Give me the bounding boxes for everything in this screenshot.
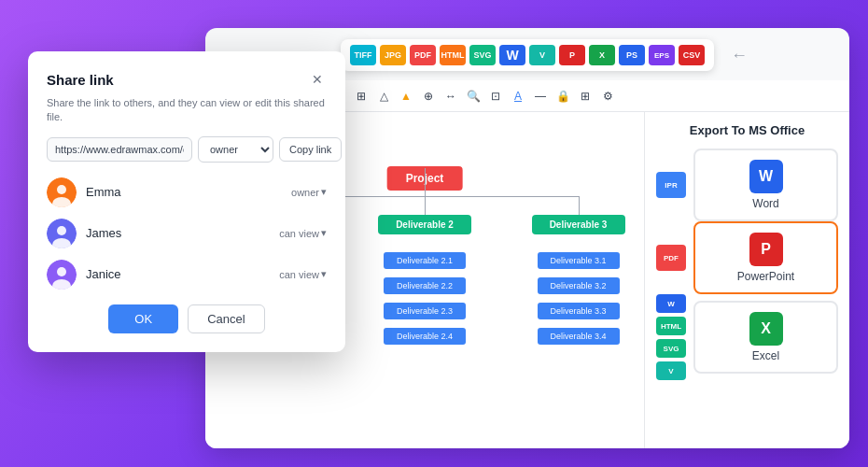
pen-tool[interactable]: A [508, 86, 528, 106]
v-icon[interactable]: V [529, 45, 555, 65]
close-button[interactable]: ✕ [308, 70, 327, 89]
svg-point-1 [57, 185, 66, 194]
user-row-janice: Janice can view ▾ [47, 260, 327, 290]
tiff-icon[interactable]: TIFF [350, 45, 376, 65]
sub-3-4[interactable]: Deliverable 3.4 [538, 328, 620, 345]
sub-2-4[interactable]: Deliverable 2.4 [384, 328, 466, 345]
image-tool[interactable]: ⊡ [485, 86, 506, 106]
ok-button[interactable]: OK [108, 304, 178, 333]
sub-3-2[interactable]: Deliverable 3.2 [538, 277, 620, 294]
janice-role[interactable]: can view ▾ [279, 268, 327, 280]
ipr-small-icon[interactable]: IPR [656, 172, 686, 198]
dialog-description: Share the link to others, and they can v… [47, 96, 327, 125]
html-small-icon[interactable]: HTML [656, 317, 686, 335]
svg-point-7 [57, 267, 66, 276]
v-connector-main [425, 168, 426, 196]
cancel-button[interactable]: Cancel [188, 304, 264, 333]
ppt-format-icon[interactable]: P [559, 45, 585, 65]
ps-icon[interactable]: PS [619, 45, 645, 65]
line-tool[interactable]: — [530, 86, 551, 106]
svg-icon[interactable]: SVG [469, 45, 496, 65]
svg-point-4 [57, 226, 66, 235]
export-ppt-button[interactable]: P PowerPoint [693, 221, 838, 294]
emma-name: Emma [86, 185, 282, 199]
link-tool[interactable]: ⊕ [418, 86, 439, 106]
v-small-icon[interactable]: V [656, 361, 686, 380]
ppt-big-icon: P [749, 233, 783, 266]
export-excel-button[interactable]: X Excel [693, 301, 838, 374]
copy-link-button[interactable]: Copy link [279, 137, 342, 162]
janice-avatar [47, 260, 77, 290]
james-role[interactable]: can view ▾ [279, 227, 327, 239]
csv-icon[interactable]: CSV [679, 45, 705, 65]
word-format-icon[interactable]: W [499, 45, 525, 65]
deliverable-3-node[interactable]: Deliverable 3 [532, 215, 625, 234]
excel-big-icon: X [749, 312, 783, 346]
export-word-button[interactable]: W Word [693, 149, 838, 221]
jpg-icon[interactable]: JPG [380, 45, 406, 65]
dialog-header: Share link ✕ [47, 70, 327, 89]
james-avatar [47, 219, 77, 248]
link-role-select[interactable]: owner can view can edit [198, 136, 273, 163]
emma-avatar [47, 177, 77, 207]
grid-tool[interactable]: ⊞ [575, 86, 595, 106]
sub-3-1[interactable]: Deliverable 3.1 [538, 252, 620, 269]
triangle-tool[interactable]: △ [373, 86, 394, 106]
pdf-icon[interactable]: PDF [410, 45, 436, 65]
svg-small-icon[interactable]: SVG [656, 339, 686, 358]
sub-col-3: Deliverable 3.1 Deliverable 3.2 Delivera… [538, 252, 620, 348]
fill-tool[interactable]: ▲ [396, 86, 416, 106]
sub-3-3[interactable]: Deliverable 3.3 [538, 303, 620, 319]
v-conn-2 [425, 196, 426, 215]
link-input[interactable] [47, 137, 192, 162]
settings-tool[interactable]: ⚙ [597, 86, 618, 106]
w-small-icon[interactable]: W [656, 294, 686, 313]
dialog-actions: OK Cancel [47, 304, 327, 333]
export-row-word: IPR W Word [656, 149, 838, 221]
excel-format-icon[interactable]: X [589, 45, 615, 65]
pdf-small-icon[interactable]: PDF [656, 245, 686, 271]
table-tool[interactable]: ⊞ [351, 86, 371, 106]
link-row: owner can view can edit Copy link [47, 136, 327, 163]
v-conn-3 [579, 196, 580, 215]
arrow2-tool[interactable]: ↔ [441, 86, 461, 106]
sub-2-2[interactable]: Deliverable 2.2 [384, 277, 466, 294]
sub-2-1[interactable]: Deliverable 2.1 [384, 252, 466, 269]
deliverable-2-node[interactable]: Deliverable 2 [378, 215, 471, 234]
sub-col-2: Deliverable 2.1 Deliverable 2.2 Delivera… [384, 252, 466, 348]
export-panel: Export To MS Office IPR W Word PDF P Pow… [644, 112, 849, 448]
word-big-icon: W [749, 160, 783, 193]
format-toolbar: TIFF JPG PDF HTML SVG W V P X PS EPS CSV… [341, 39, 714, 71]
james-name: James [86, 226, 270, 240]
export-row-ppt: PDF P PowerPoint [656, 221, 838, 294]
share-dialog: Share link ✕ Share the link to others, a… [28, 51, 345, 352]
lock-tool[interactable]: 🔒 [553, 86, 573, 106]
excel-label: Excel [752, 349, 779, 362]
dialog-title: Share link [47, 72, 114, 88]
arrow-indicator: ← [731, 46, 748, 65]
word-label: Word [752, 197, 778, 210]
ppt-label: PowerPoint [737, 270, 794, 283]
user-row-emma: Emma owner ▾ [47, 177, 327, 207]
export-row-excel: W HTML SVG V X Excel [656, 294, 838, 380]
user-row-james: James can view ▾ [47, 219, 327, 248]
export-panel-title: Export To MS Office [656, 123, 838, 137]
sub-2-3[interactable]: Deliverable 2.3 [384, 303, 466, 319]
html-icon[interactable]: HTML [440, 45, 466, 65]
janice-name: Janice [86, 267, 270, 281]
emma-role[interactable]: owner ▾ [291, 186, 327, 198]
eps-icon[interactable]: EPS [649, 45, 675, 65]
search-tool[interactable]: 🔍 [463, 86, 483, 106]
